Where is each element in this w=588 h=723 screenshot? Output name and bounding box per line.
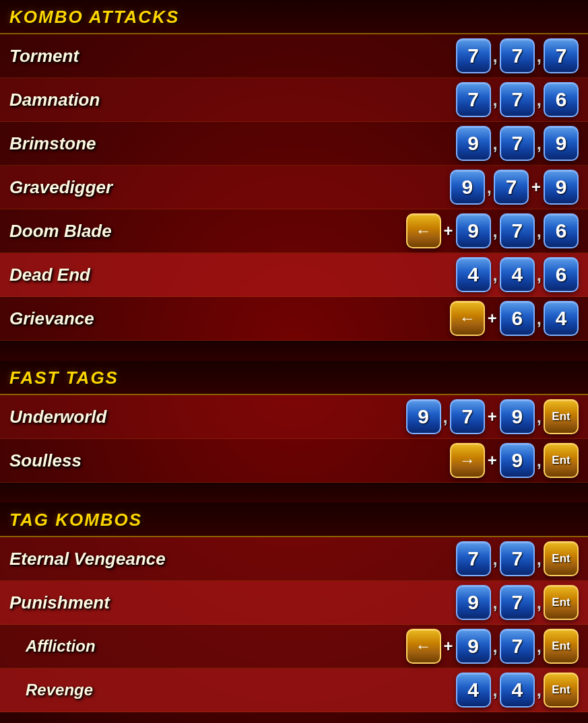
move-row-kombo-attacks-2: Brimstone9,7,9 — [0, 122, 588, 166]
move-row-fast-tags-0: Underworld9,7+9,Ent — [0, 395, 588, 439]
separator-kombo-attacks-4-5: , — [537, 221, 542, 242]
separator-kombo-attacks-5-1: , — [493, 265, 498, 285]
btn-num-kombo-attacks-4-2: 9 — [456, 213, 491, 248]
inputs-area-tag-kombos-0: 7,7,Ent — [456, 541, 579, 576]
inputs-area-kombo-attacks-4: ←+9,7,6 — [406, 213, 579, 248]
separator-tag-kombos-1-3: , — [537, 592, 542, 613]
inputs-area-fast-tags-0: 9,7+9,Ent — [406, 399, 579, 434]
separator-kombo-attacks-1-3: , — [537, 90, 542, 110]
section-header-fast-tags: FAST TAGS — [0, 361, 588, 395]
btn-num-tag-kombos-0-0: 7 — [456, 541, 491, 576]
btn-num-tag-kombos-3-2: 4 — [500, 673, 535, 708]
page-container: KOMBO ATTACKSTorment7,7,7Damnation7,7,6B… — [0, 0, 588, 712]
move-name-kombo-attacks-4: Doom Blade — [9, 221, 112, 242]
btn-num-kombo-attacks-2-0: 9 — [456, 126, 491, 161]
move-name-kombo-attacks-1: Damnation — [9, 90, 100, 110]
move-name-kombo-attacks-6: Grievance — [9, 308, 94, 329]
btn-num-kombo-attacks-4-4: 7 — [500, 213, 535, 248]
separator-tag-kombos-3-3: , — [537, 680, 542, 701]
plus-tag-kombos-2-1: + — [444, 637, 453, 656]
btn-num-kombo-attacks-0-4: 7 — [544, 38, 579, 73]
btn-num-kombo-attacks-3-2: 7 — [494, 170, 529, 205]
btn-arrow-fast-tags-1-0: → — [450, 443, 485, 478]
section-title-tag-kombos: TAG KOMBOS — [9, 510, 579, 530]
separator-tag-kombos-2-3: , — [493, 636, 498, 657]
btn-arrow-kombo-attacks-6-0: ← — [450, 301, 485, 336]
btn-num-kombo-attacks-1-0: 7 — [456, 82, 491, 117]
separator-kombo-attacks-5-3: , — [537, 265, 542, 285]
btn-num-kombo-attacks-5-2: 4 — [500, 257, 535, 292]
btn-num-kombo-attacks-3-0: 9 — [450, 170, 485, 205]
inputs-area-kombo-attacks-0: 7,7,7 — [456, 38, 579, 73]
btn-num-tag-kombos-2-4: 7 — [500, 629, 535, 664]
move-name-kombo-attacks-2: Brimstone — [9, 133, 96, 154]
plus-fast-tags-0-3: + — [488, 407, 497, 426]
inputs-area-tag-kombos-1: 9,7,Ent — [456, 585, 579, 620]
btn-num-kombo-attacks-2-2: 7 — [500, 126, 535, 161]
move-row-kombo-attacks-3: Gravedigger9,7+9 — [0, 166, 588, 209]
move-row-kombo-attacks-1: Damnation7,7,6 — [0, 78, 588, 122]
move-name-kombo-attacks-3: Gravedigger — [9, 177, 112, 198]
btn-ent-tag-kombos-0-4: Ent — [544, 541, 579, 576]
move-name-tag-kombos-0: Eternal Vengeance — [9, 549, 166, 570]
inputs-area-kombo-attacks-5: 4,4,6 — [456, 257, 579, 292]
separator-tag-kombos-2-5: , — [537, 636, 542, 657]
btn-num-kombo-attacks-5-0: 4 — [456, 257, 491, 292]
move-row-tag-kombos-0: Eternal Vengeance7,7,Ent — [0, 537, 588, 581]
separator-kombo-attacks-2-1: , — [493, 133, 498, 154]
btn-ent-fast-tags-0-6: Ent — [544, 399, 579, 434]
move-name-tag-kombos-2: Affliction — [9, 637, 96, 656]
plus-kombo-attacks-3-3: + — [531, 178, 541, 197]
move-row-tag-kombos-2: Affliction←+9,7,Ent — [0, 625, 588, 668]
separator-tag-kombos-0-3: , — [537, 549, 542, 570]
move-name-fast-tags-0: Underworld — [9, 407, 106, 427]
btn-num-kombo-attacks-0-0: 7 — [456, 38, 491, 73]
separator-tag-kombos-1-1: , — [493, 592, 498, 613]
separator-kombo-attacks-4-3: , — [493, 221, 498, 242]
btn-num-fast-tags-0-0: 9 — [406, 399, 441, 434]
inputs-area-kombo-attacks-6: ←+6,4 — [450, 301, 579, 336]
separator-fast-tags-0-1: , — [443, 407, 448, 427]
separator-fast-tags-1-3: , — [537, 450, 542, 471]
move-name-kombo-attacks-0: Torment — [9, 46, 79, 67]
move-name-kombo-attacks-5: Dead End — [9, 265, 90, 285]
btn-num-tag-kombos-2-2: 9 — [456, 629, 491, 664]
btn-num-kombo-attacks-1-2: 7 — [500, 82, 535, 117]
btn-arrow-tag-kombos-2-0: ← — [406, 629, 441, 664]
section-header-kombo-attacks: KOMBO ATTACKS — [0, 0, 588, 34]
btn-num-kombo-attacks-4-6: 6 — [544, 213, 579, 248]
section-spacer-1 — [0, 483, 588, 503]
btn-num-kombo-attacks-2-4: 9 — [544, 126, 579, 161]
btn-num-fast-tags-0-4: 9 — [500, 399, 535, 434]
section-header-tag-kombos: TAG KOMBOS — [0, 503, 588, 537]
inputs-area-kombo-attacks-1: 7,7,6 — [456, 82, 579, 117]
separator-kombo-attacks-2-3: , — [537, 133, 542, 154]
btn-num-fast-tags-0-2: 7 — [450, 399, 485, 434]
move-row-tag-kombos-3: Revenge4,4,Ent — [0, 668, 588, 712]
plus-kombo-attacks-6-1: + — [488, 309, 497, 328]
section-spacer-0 — [0, 341, 588, 361]
inputs-area-kombo-attacks-2: 9,7,9 — [456, 126, 579, 161]
btn-ent-fast-tags-1-4: Ent — [544, 443, 579, 478]
inputs-area-tag-kombos-3: 4,4,Ent — [456, 673, 579, 708]
inputs-area-kombo-attacks-3: 9,7+9 — [450, 170, 579, 205]
move-row-kombo-attacks-6: Grievance←+6,4 — [0, 297, 588, 341]
btn-num-fast-tags-1-2: 9 — [500, 443, 535, 478]
inputs-area-tag-kombos-2: ←+9,7,Ent — [406, 629, 579, 664]
btn-arrow-kombo-attacks-4-0: ← — [406, 213, 441, 248]
move-row-kombo-attacks-5: Dead End4,4,6 — [0, 253, 588, 297]
move-name-tag-kombos-3: Revenge — [9, 681, 93, 699]
btn-num-kombo-attacks-5-4: 6 — [544, 257, 579, 292]
separator-kombo-attacks-1-1: , — [493, 90, 498, 110]
separator-fast-tags-0-5: , — [537, 407, 542, 427]
btn-ent-tag-kombos-2-6: Ent — [544, 629, 579, 664]
btn-num-tag-kombos-0-2: 7 — [500, 541, 535, 576]
separator-kombo-attacks-0-1: , — [493, 46, 498, 67]
move-row-tag-kombos-1: Punishment9,7,Ent — [0, 581, 588, 625]
inputs-area-fast-tags-1: →+9,Ent — [450, 443, 579, 478]
btn-ent-tag-kombos-1-4: Ent — [544, 585, 579, 620]
plus-kombo-attacks-4-1: + — [444, 221, 453, 240]
move-row-kombo-attacks-4: Doom Blade←+9,7,6 — [0, 209, 588, 253]
section-title-kombo-attacks: KOMBO ATTACKS — [9, 7, 579, 28]
separator-tag-kombos-0-1: , — [493, 549, 498, 570]
